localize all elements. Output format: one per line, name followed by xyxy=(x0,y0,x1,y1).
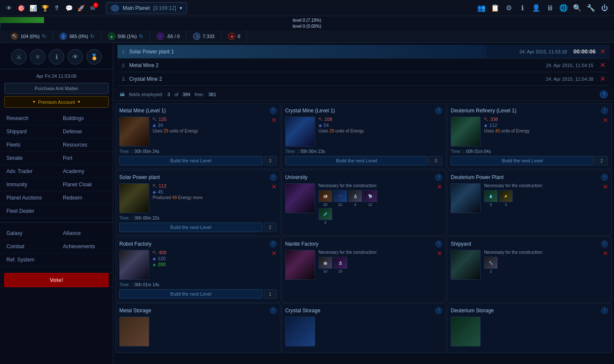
queue-remove-1[interactable]: ✕ xyxy=(600,47,605,56)
premium-account-btn[interactable]: ✦ Premium Account ✦ xyxy=(4,96,109,108)
sidebar-item-senate[interactable]: Senate xyxy=(0,152,56,165)
robot-factory-cancel-icon[interactable]: ✕ xyxy=(272,250,277,280)
eye-icon[interactable]: 👁 xyxy=(4,3,14,13)
deut-refinery-stats: ⛏ 338 ◆ 112 Uses 40 units of Energy xyxy=(484,117,599,147)
crystal-storage-help-icon[interactable]: ? xyxy=(435,307,442,314)
tools-icon[interactable]: 🔧 xyxy=(586,3,596,13)
metal-storage-help-icon[interactable]: ? xyxy=(270,307,277,314)
sidebar-item-redeem[interactable]: Redeem xyxy=(56,191,113,205)
university-help-icon[interactable]: ? xyxy=(435,174,442,181)
nanite-factory-help-icon[interactable]: ? xyxy=(435,241,442,247)
badge-icon[interactable]: 🎖 xyxy=(52,3,62,13)
metal-mine-image-inner xyxy=(120,117,149,146)
deut-refinery-title: Deuterium Refinery (Level 1) xyxy=(451,108,516,114)
queue-remove-2[interactable]: ✕ xyxy=(600,61,605,69)
university-prereq-num-5: 3 xyxy=(324,220,326,225)
info-icon[interactable]: ℹ xyxy=(517,3,528,13)
sidebar-item-defense[interactable]: Defense xyxy=(56,125,113,138)
top-nav-right: 👥 📋 ⚙ ℹ 👤 🖥 🌐 🔍 🔧 ⏻ xyxy=(476,3,610,13)
chart-icon[interactable]: 📊 xyxy=(28,3,38,13)
deut-refinery-help-icon[interactable]: ? xyxy=(601,107,608,114)
sidebar-item-achievements[interactable]: Achievements xyxy=(56,240,113,253)
monitor-icon[interactable]: 🖥 xyxy=(545,3,555,13)
nanite-factory-cancel-icon[interactable]: ✕ xyxy=(437,250,442,280)
sidebar-item-planet-auctions[interactable]: Planet Auctions xyxy=(0,191,56,205)
deuterium-refresh-icon[interactable]: ↻ xyxy=(139,33,143,39)
university-image xyxy=(285,183,315,213)
deut-storage-header: Deuterium Storage ? xyxy=(451,307,608,314)
crystal-mine-help-icon[interactable]: ? xyxy=(435,107,442,114)
robot-factory-stats: ⛏ 400 ◆ 120 ◈ 200 xyxy=(153,250,268,280)
power-icon[interactable]: ⏻ xyxy=(599,3,610,13)
sidebar-item-ref-system[interactable]: Ref. System xyxy=(0,253,56,267)
purchase-antimatter-btn[interactable]: Purchase Anti Matter xyxy=(4,83,109,94)
nanite-factory-body: Necessary for the construction: 🤖 10 🔬 1… xyxy=(285,250,443,280)
sidebar-item-buildings[interactable]: Buildings xyxy=(56,112,113,125)
sidebar-item-adv-trader[interactable]: Adv. Trader xyxy=(0,165,56,178)
queue-remove-3[interactable]: ✕ xyxy=(600,75,605,83)
chat-icon[interactable]: 💬 xyxy=(64,3,74,13)
deut-storage-help-icon[interactable]: ? xyxy=(601,307,608,314)
deut-power-cancel-icon[interactable]: ✕ xyxy=(603,183,608,213)
dark-matter-icon xyxy=(156,32,164,40)
metal-refresh-icon[interactable]: ↻ xyxy=(42,33,46,39)
rankings-icon[interactable]: 📋 xyxy=(490,3,500,13)
atom-icon-btn[interactable]: ⚛ xyxy=(30,49,45,65)
deut-power-prereq-img-1: 💧 xyxy=(484,190,498,202)
shipyard-cancel-icon[interactable]: ✕ xyxy=(603,250,608,280)
solar-plant-cancel-icon[interactable]: ✕ xyxy=(272,183,277,213)
robot-factory-help-icon[interactable]: ? xyxy=(270,241,277,247)
sidebar-item-shipyard[interactable]: Shipyard xyxy=(0,125,56,138)
sidebar-separator-1 xyxy=(0,222,113,223)
queue-num-3: 3. xyxy=(122,76,126,82)
fields-help-icon[interactable]: ? xyxy=(600,91,608,98)
message-icon[interactable]: ✉ 1 xyxy=(88,3,97,13)
medal-icon-btn[interactable]: 🏅 xyxy=(86,49,102,65)
sidebar-item-planet-cloak[interactable]: Planet Cloak xyxy=(56,178,113,191)
shipyard-help-icon[interactable]: ? xyxy=(601,241,608,247)
sidebar-item-academy[interactable]: Academy xyxy=(56,165,113,178)
antimatter-icon: ☽ xyxy=(193,32,201,40)
search-icon[interactable]: 🔍 xyxy=(572,3,582,13)
shipyard-prereq-1: 🔧 2 xyxy=(484,257,498,273)
target-icon[interactable]: 🎯 xyxy=(16,3,26,13)
deut-power-help-icon[interactable]: ? xyxy=(601,174,608,181)
solar-plant-build-btn[interactable]: Build the next Level xyxy=(119,223,263,232)
crystal-icon xyxy=(59,32,67,40)
players-icon[interactable]: 👥 xyxy=(476,3,487,13)
robot-factory-build-num: 1 xyxy=(264,289,277,299)
crystal-mine-build-btn[interactable]: Build the next Level xyxy=(285,156,428,165)
sidebar-item-immunity[interactable]: Immunity xyxy=(0,178,56,191)
solar-plant-help-icon[interactable]: ? xyxy=(270,174,277,181)
sidebar-item-port[interactable]: Port xyxy=(56,152,113,165)
sidebar-item-research[interactable]: Research xyxy=(0,112,56,125)
sidebar-item-combat[interactable]: Combat xyxy=(0,240,56,253)
sidebar-item-fleets[interactable]: Fleets xyxy=(0,138,56,152)
info-circle-icon-btn[interactable]: ℹ xyxy=(49,49,64,65)
deut-refinery-cancel-icon[interactable]: ✕ xyxy=(603,117,608,147)
deut-storage-card: Deuterium Storage ? xyxy=(447,303,612,353)
nanite-factory-header: Nanite Factory ? xyxy=(285,241,443,247)
robot-factory-card: Robot Factory ? ⛏ 400 ◆ 120 xyxy=(115,237,280,302)
planet-overview-icon[interactable]: 🌐 xyxy=(558,3,569,13)
vote-button[interactable]: Vote! xyxy=(4,273,109,287)
profile-icon[interactable]: 👤 xyxy=(531,3,541,13)
metal-icon-stat: ⛏ xyxy=(153,117,157,122)
deut-refinery-build-btn[interactable]: Build the next Level xyxy=(451,156,594,165)
university-cancel-icon[interactable]: ✕ xyxy=(437,183,442,225)
eye-sidebar-icon-btn[interactable]: 👁 xyxy=(68,49,83,65)
sidebar-item-alliance[interactable]: Alliance xyxy=(56,227,113,240)
sidebar-item-galaxy[interactable]: Galaxy xyxy=(0,227,56,240)
metal-mine-build-btn[interactable]: Build the next Level xyxy=(119,156,263,165)
robot-factory-build-btn[interactable]: Build the next Level xyxy=(119,289,263,299)
sword-icon-btn[interactable]: ⚔ xyxy=(11,49,27,65)
settings-icon[interactable]: ⚙ xyxy=(504,3,514,13)
metal-mine-help-icon[interactable]: ? xyxy=(270,107,277,114)
sidebar-item-resources[interactable]: Resources xyxy=(56,138,113,152)
trophy-icon[interactable]: 🏆 xyxy=(40,3,50,13)
fleet-icon[interactable]: 🚀 xyxy=(76,3,86,13)
crystal-refresh-icon[interactable]: ↻ xyxy=(90,33,94,39)
metal-mine-cancel-icon[interactable]: ✕ xyxy=(272,117,277,147)
planet-selector[interactable]: Main Planet [3:169:12] ▾ xyxy=(106,2,187,14)
sidebar-item-fleet-dealer[interactable]: Fleet Dealer xyxy=(0,205,56,218)
